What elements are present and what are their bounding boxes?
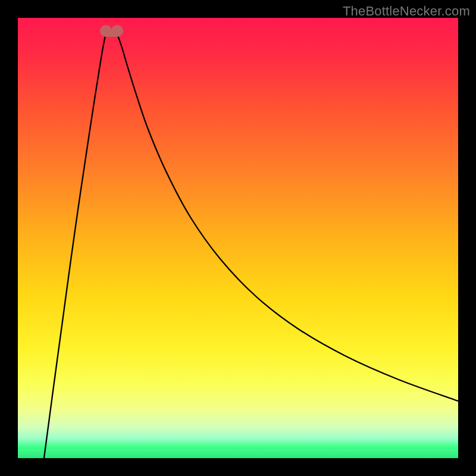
svg-rect-1 xyxy=(18,451,458,452)
svg-rect-3 xyxy=(18,453,458,454)
svg-rect-5 xyxy=(18,456,458,456)
frame: TheBottleNecker.com xyxy=(0,0,476,476)
watermark-text: TheBottleNecker.com xyxy=(343,4,470,19)
svg-rect-9 xyxy=(106,30,117,37)
svg-rect-4 xyxy=(18,455,458,455)
chart-plot xyxy=(18,18,458,458)
svg-rect-0 xyxy=(18,450,458,450)
svg-rect-2 xyxy=(18,452,458,453)
svg-rect-6 xyxy=(18,457,458,458)
plot-background xyxy=(18,18,458,458)
